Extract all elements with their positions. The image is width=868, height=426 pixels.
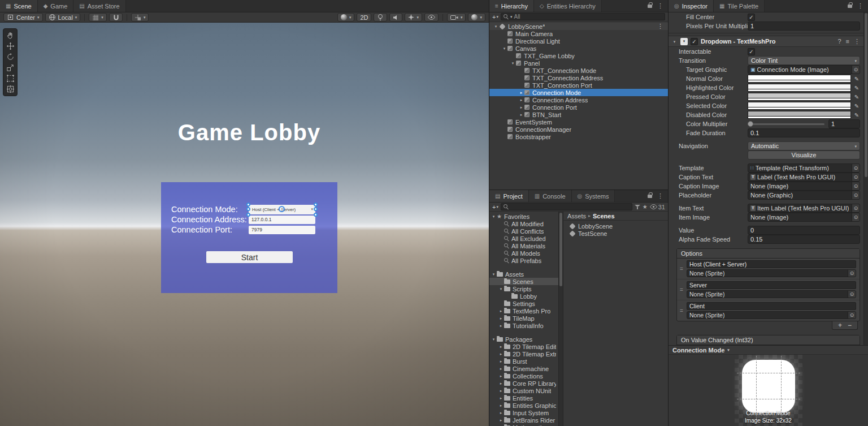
foldout-arrow-icon[interactable]: ▸ — [498, 324, 504, 328]
object-picker-icon[interactable]: ⊙ — [852, 182, 860, 190]
effects-toggle-button[interactable]: ▾ — [405, 13, 422, 21]
hierarchy-item-bootstrapper[interactable]: Bootstrapper — [489, 133, 668, 140]
color-swatch[interactable] — [748, 84, 851, 92]
presets-icon[interactable]: ≡ — [846, 38, 849, 45]
pressed-color-color-field[interactable]: ✎ — [748, 93, 860, 101]
project-item-all-materials[interactable]: All Materials — [489, 242, 558, 249]
2d-toggle-button[interactable]: 2D — [357, 13, 371, 21]
hierarchy-item-txt-game-lobby[interactable]: TXT_Game Lobby — [489, 52, 668, 59]
foldout-arrow-icon[interactable]: ▾ — [498, 287, 504, 291]
preview-header[interactable]: Connection Mode ▾ — [669, 345, 868, 355]
project-item-input-system[interactable]: ▸Input System — [489, 409, 558, 416]
foldout-arrow-icon[interactable]: ▸ — [518, 91, 524, 94]
audio-toggle-button[interactable] — [389, 13, 402, 21]
navigation-dropdown[interactable]: Automatic▾ — [748, 141, 860, 150]
connection-mode-dropdown[interactable]: Host (Client + Server) ▾ — [249, 205, 315, 214]
template-object-field[interactable]: ∷Template (Rect Transform)⊙ — [748, 163, 860, 173]
scale-tool-button[interactable] — [3, 62, 17, 73]
dropdown-component-header[interactable]: ▾ ▾ ✓ Dropdown - TextMeshPro ? ≡ ⋮ — [669, 36, 863, 47]
scrollbar-thumb[interactable] — [865, 13, 867, 177]
hierarchy-item-connection-address[interactable]: ▸Connection Address — [489, 96, 668, 104]
foldout-arrow-icon[interactable]: ▾ — [510, 61, 516, 65]
foldout-arrow-icon[interactable]: ▸ — [498, 309, 504, 313]
project-item-scenes[interactable]: Scenes — [489, 278, 558, 285]
snap-settings-button[interactable] — [109, 13, 123, 21]
tab-hierarchy[interactable]: ≡ Hierarchy — [489, 0, 534, 12]
foldout-arrow-icon[interactable]: ▾ — [491, 272, 497, 276]
object-picker-icon[interactable]: ⊙ — [852, 204, 860, 212]
lock-icon[interactable] — [648, 5, 652, 8]
tab-game[interactable]: ◆ Game — [38, 0, 74, 12]
project-item-entities[interactable]: ▸Entities — [489, 394, 558, 402]
drag-handle-icon[interactable]: = — [678, 302, 685, 319]
slider-value-field[interactable]: 1 — [828, 119, 860, 128]
disabled-color-color-field[interactable]: ✎ — [748, 111, 860, 119]
option-sprite-field[interactable]: None (Sprite)⊙ — [687, 269, 856, 277]
color-swatch[interactable] — [748, 111, 851, 119]
option-sprite-field[interactable]: None (Sprite)⊙ — [687, 290, 856, 298]
target-graphic-object-field[interactable]: ▣Connection Mode (Image)⊙ — [748, 65, 860, 74]
tab-console[interactable]: ▥ Console — [529, 190, 572, 202]
connection-address-input[interactable]: 127.0.0.1 — [249, 216, 315, 224]
help-icon[interactable]: ? — [837, 38, 841, 45]
hierarchy-item-txt-connection-mode[interactable]: TXT_Connection Mode — [489, 67, 668, 74]
project-item-all-models[interactable]: All Models — [489, 249, 558, 257]
project-item-2d-tilemap-editor[interactable]: ▸2D Tilemap Editor — [489, 343, 558, 350]
highlighted-color-color-field[interactable]: ✎ — [748, 84, 860, 92]
option-text-field[interactable]: Client — [687, 302, 856, 310]
project-item-burst[interactable]: ▸Burst — [489, 358, 558, 365]
project-item-all-conflicts[interactable]: All Conflicts — [489, 227, 558, 235]
selection-handle[interactable] — [314, 207, 318, 211]
hierarchy-item-btn-start[interactable]: ▸BTN_Start — [489, 111, 668, 118]
project-item-2d-tilemap-extras[interactable]: ▸2D Tilemap Extras — [489, 350, 558, 358]
project-item-all-modified[interactable]: All Modified — [489, 220, 558, 227]
scrollbar-thumb[interactable] — [559, 213, 562, 286]
hierarchy-item-connectionmanager[interactable]: ConnectionManager — [489, 126, 668, 133]
breadcrumb-current[interactable]: Scenes — [593, 213, 615, 220]
tab-inspector[interactable]: ◎ Inspector — [669, 0, 714, 12]
search-by-type-button[interactable] — [635, 204, 640, 210]
fill-center-checkbox[interactable]: ✓ — [748, 14, 755, 21]
save-search-button[interactable]: ★ — [643, 204, 648, 210]
slider-thumb[interactable] — [748, 121, 753, 127]
foldout-arrow-icon[interactable]: ▸ — [498, 389, 504, 393]
object-picker-icon[interactable]: ⊙ — [852, 213, 860, 221]
selection-handle[interactable] — [314, 213, 318, 217]
project-item-jetbrains-rider-ed[interactable]: ▸JetBrains Rider Ed — [489, 416, 558, 424]
tab-asset-store[interactable]: ▤ Asset Store — [73, 0, 125, 12]
color-multiplier-slider[interactable]: 1 — [748, 119, 860, 128]
connection-port-input[interactable]: 7979 — [249, 226, 315, 234]
object-picker-icon[interactable]: ⊙ — [852, 164, 860, 172]
panel-menu-kebab-icon[interactable]: ⋮ — [657, 193, 663, 199]
add-option-button[interactable]: + — [838, 322, 842, 329]
tab-systems[interactable]: ◎ Systems — [572, 190, 615, 202]
project-item-packages[interactable]: ▾Packages — [489, 335, 558, 343]
project-item-scripts[interactable]: ▾Scripts — [489, 285, 558, 292]
transform-tool-button[interactable] — [3, 84, 17, 94]
eyedropper-icon[interactable]: ✎ — [853, 76, 860, 82]
grid-snapping-button[interactable]: ▾ — [131, 13, 149, 21]
foldout-arrow-icon[interactable]: ▸ — [498, 367, 504, 371]
scene-row-kebab-icon[interactable]: ⋮ — [657, 23, 666, 30]
tab-tile-palette[interactable]: ▦ Tile Palette — [714, 0, 765, 12]
tab-scene[interactable]: ▦ Scene — [0, 0, 38, 12]
rotate-tool-button[interactable] — [3, 51, 17, 62]
move-tool-button[interactable] — [3, 41, 17, 51]
item-text-object-field[interactable]: TItem Label (Text Mesh Pro UGUI)⊙ — [748, 204, 860, 213]
caption-text-object-field[interactable]: TLabel (Text Mesh Pro UGUI)⊙ — [748, 173, 860, 182]
rect-tool-button[interactable] — [3, 73, 17, 84]
object-picker-icon[interactable]: ⊙ — [852, 66, 860, 74]
hierarchy-item-connection-mode[interactable]: ▸Connection Mode — [489, 89, 668, 96]
caption-image-object-field[interactable]: None (Image)⊙ — [748, 182, 860, 191]
project-item-settings[interactable]: Settings — [489, 300, 558, 307]
component-enabled-checkbox[interactable]: ✓ — [691, 38, 698, 45]
foldout-arrow-icon[interactable]: ▾ — [501, 46, 507, 50]
eyedropper-icon[interactable]: ✎ — [853, 103, 860, 109]
pixels-per-unit-field[interactable]: 1 — [748, 21, 860, 31]
object-picker-icon[interactable]: ⊙ — [852, 191, 860, 199]
project-tree-scrollbar[interactable] — [558, 212, 563, 426]
foldout-arrow-icon[interactable]: ▸ — [498, 374, 504, 378]
option-text-field[interactable]: Host (Client + Server) — [687, 260, 856, 268]
project-item-assets[interactable]: ▾Assets — [489, 270, 558, 278]
project-item-custom-nunit[interactable]: ▸Custom NUnit — [489, 387, 558, 394]
